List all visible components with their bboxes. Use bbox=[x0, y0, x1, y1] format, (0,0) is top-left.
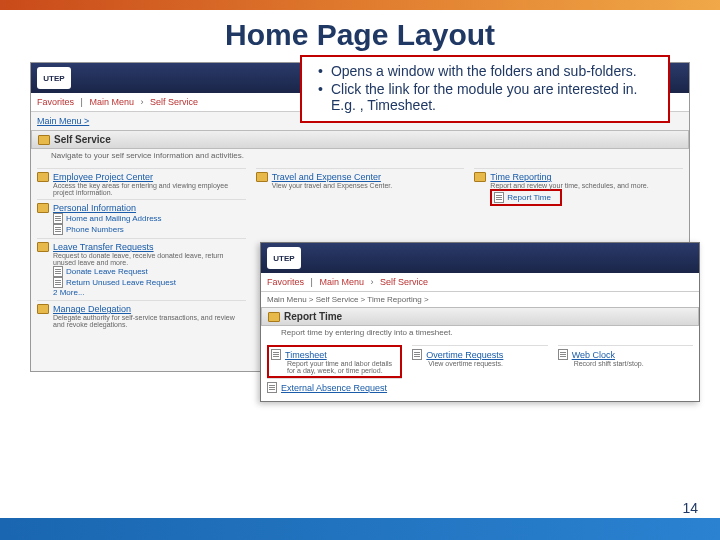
doc-icon bbox=[494, 192, 504, 203]
module-personal-info: Personal Information Home and Mailing Ad… bbox=[37, 199, 246, 238]
section-blurb: Report time by entering directly into a … bbox=[261, 326, 699, 341]
module-link[interactable]: Overtime Requests bbox=[426, 350, 503, 360]
module-web-clock: Web Clock Record shift start/stop. bbox=[558, 345, 693, 370]
crumb-favorites[interactable]: Favorites bbox=[37, 97, 74, 107]
section-title: Self Service bbox=[54, 134, 111, 145]
module-desc: Request to donate leave, receive donated… bbox=[53, 252, 246, 266]
module-link[interactable]: Leave Transfer Requests bbox=[53, 242, 154, 252]
sublink[interactable]: Phone Numbers bbox=[53, 224, 246, 235]
folder-icon bbox=[37, 242, 49, 252]
col-1: Employee Project Center Access the key a… bbox=[37, 168, 246, 331]
doc-icon bbox=[558, 349, 568, 360]
folder-icon bbox=[37, 304, 49, 314]
section-report-time: Report Time bbox=[261, 307, 699, 326]
screenshot-overlay: UTEP Favorites | Main Menu › Self Servic… bbox=[260, 242, 700, 402]
module-desc: Delegate authority for self-service tran… bbox=[53, 314, 246, 328]
logo-utep: UTEP bbox=[37, 67, 71, 89]
app-header: UTEP bbox=[261, 243, 699, 273]
crumb-sep: › bbox=[140, 97, 143, 107]
folder-icon bbox=[474, 172, 486, 182]
doc-icon bbox=[53, 277, 63, 288]
crumb-self-service[interactable]: Self Service bbox=[380, 277, 428, 287]
module-link[interactable]: Timesheet bbox=[285, 350, 327, 360]
crumb-main-menu[interactable]: Main Menu bbox=[319, 277, 364, 287]
module-desc: Access the key areas for entering and vi… bbox=[53, 182, 246, 196]
doc-icon bbox=[53, 224, 63, 235]
col-3: Web Clock Record shift start/stop. bbox=[558, 345, 693, 396]
doc-icon bbox=[267, 382, 277, 393]
crumb-sep: › bbox=[370, 277, 373, 287]
module-desc: Report your time and labor details for a… bbox=[287, 360, 398, 374]
module-link[interactable]: Travel and Expense Center bbox=[272, 172, 381, 182]
crumb-sep: | bbox=[81, 97, 83, 107]
slide-footer-bar bbox=[0, 518, 720, 540]
section-title: Report Time bbox=[284, 311, 342, 322]
section-blurb: Navigate to your self service informatio… bbox=[31, 149, 689, 164]
module-desc: View your travel and Expenses Center. bbox=[272, 182, 465, 189]
sublink[interactable]: Donate Leave Request bbox=[53, 266, 246, 277]
folder-icon bbox=[37, 203, 49, 213]
sublink-more[interactable]: 2 More... bbox=[53, 288, 246, 297]
crumb-self-service[interactable]: Self Service bbox=[150, 97, 198, 107]
bullet-icon: • bbox=[318, 63, 323, 79]
module-link[interactable]: Personal Information bbox=[53, 203, 136, 213]
module-timesheet: Timesheet Report your time and labor det… bbox=[267, 345, 402, 378]
module-overtime: Overtime Requests View overtime requests… bbox=[412, 345, 547, 370]
crumb-favorites[interactable]: Favorites bbox=[267, 277, 304, 287]
sublink-report-time[interactable]: Report Time bbox=[490, 189, 562, 206]
module-link[interactable]: Employee Project Center bbox=[53, 172, 153, 182]
slide-title: Home Page Layout bbox=[0, 18, 720, 52]
bullet-icon: • bbox=[318, 81, 323, 113]
doc-icon bbox=[53, 266, 63, 277]
path-text: Main Menu > Self Service > Time Reportin… bbox=[261, 292, 699, 307]
section-self-service: Self Service bbox=[31, 130, 689, 149]
module-manage-delegation: Manage Delegation Delegate authority for… bbox=[37, 300, 246, 331]
module-columns: Timesheet Report your time and labor det… bbox=[261, 341, 699, 400]
folder-icon bbox=[256, 172, 268, 182]
module-leave-transfer: Leave Transfer Requests Request to donat… bbox=[37, 238, 246, 300]
module-travel-expense: Travel and Expense Center View your trav… bbox=[256, 168, 465, 192]
sublink[interactable]: Home and Mailing Address bbox=[53, 213, 246, 224]
module-link[interactable]: Web Clock bbox=[572, 350, 615, 360]
doc-icon bbox=[53, 213, 63, 224]
folder-icon bbox=[37, 172, 49, 182]
module-desc: View overtime requests. bbox=[428, 360, 547, 367]
module-desc: Record shift start/stop. bbox=[574, 360, 693, 367]
breadcrumb: Favorites | Main Menu › Self Service bbox=[261, 273, 699, 292]
col-1: Timesheet Report your time and labor det… bbox=[267, 345, 402, 396]
module-link[interactable]: Time Reporting bbox=[490, 172, 551, 182]
col-2: Overtime Requests View overtime requests… bbox=[412, 345, 547, 396]
folder-icon bbox=[268, 312, 280, 322]
logo-utep: UTEP bbox=[267, 247, 301, 269]
folder-icon bbox=[38, 135, 50, 145]
slide-content: UTEP Favorites | Main Menu › Self Servic… bbox=[0, 52, 720, 372]
module-link[interactable]: External Absence Request bbox=[281, 383, 387, 393]
callout-box: •Opens a window with the folders and sub… bbox=[300, 55, 670, 123]
module-ext-absence: External Absence Request bbox=[267, 378, 402, 396]
callout-text-2: Click the link for the module you are in… bbox=[331, 81, 660, 113]
module-link[interactable]: Manage Delegation bbox=[53, 304, 131, 314]
page-number: 14 bbox=[682, 500, 698, 516]
doc-icon bbox=[412, 349, 422, 360]
callout-text-1: Opens a window with the folders and sub-… bbox=[331, 63, 637, 79]
module-epc: Employee Project Center Access the key a… bbox=[37, 168, 246, 199]
module-time-reporting: Time Reporting Report and review your ti… bbox=[474, 168, 683, 209]
crumb-main-menu[interactable]: Main Menu bbox=[89, 97, 134, 107]
sublink[interactable]: Return Unused Leave Request bbox=[53, 277, 246, 288]
slide-top-accent bbox=[0, 0, 720, 10]
doc-icon bbox=[271, 349, 281, 360]
crumb-sep: | bbox=[311, 277, 313, 287]
module-desc: Report and review your time, schedules, … bbox=[490, 182, 683, 189]
